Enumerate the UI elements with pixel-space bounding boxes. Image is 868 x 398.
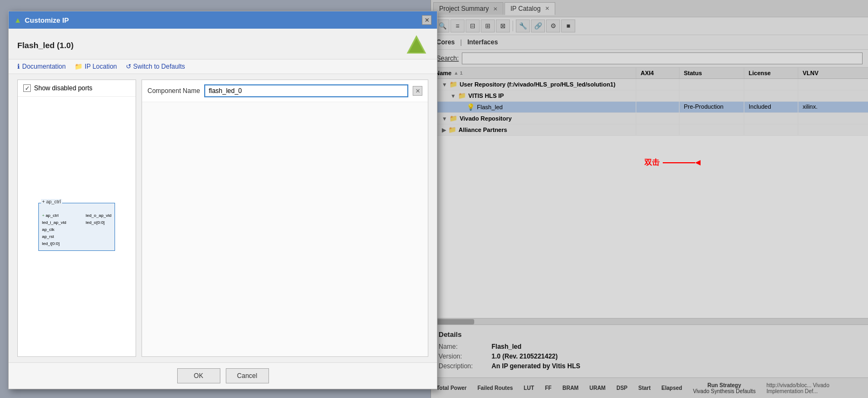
switch-defaults-icon: ↺ [126, 63, 131, 70]
port-led-i: led_i[0:0] [42, 241, 66, 246]
show-disabled-ports-checkbox[interactable] [23, 84, 31, 92]
documentation-icon: ℹ [17, 63, 20, 70]
dialog-buttons: OK Cancel [9, 362, 437, 389]
dialog-links: ℹ Documentation 📁 IP Location ↺ Switch t… [9, 59, 437, 74]
dialog-left-pane: Show disabled ports + ap_ctrl + ap_ctrl [17, 79, 136, 357]
documentation-link[interactable]: ℹ Documentation [17, 63, 66, 70]
schematic-area: + ap_ctrl + ap_ctrl led_i_ap_vld [18, 97, 136, 356]
port-led-o-ap-vld: led_o_ap_vld [86, 213, 112, 218]
schematic-left-ports: + ap_ctrl led_i_ap_vld ap_clk ap_rst [42, 213, 66, 246]
switch-defaults-link[interactable]: ↺ Switch to Defaults [126, 63, 185, 70]
cancel-button[interactable]: Cancel [226, 368, 269, 383]
port-led-o: led_o[0:0] [86, 220, 112, 225]
component-name-clear[interactable]: ✕ [413, 86, 422, 96]
config-area [142, 102, 428, 356]
dialog-right-pane: Component Name ✕ [142, 79, 428, 357]
port-ap-ctrl: + ap_ctrl [42, 213, 66, 218]
ok-button[interactable]: OK [177, 368, 220, 383]
schematic-block-title: + ap_ctrl [41, 199, 62, 204]
dialog-subtitle: Flash_led (1.0) [9, 29, 437, 59]
schematic-ports-container: + ap_ctrl led_i_ap_vld ap_clk ap_rst [42, 213, 112, 246]
dialog-titlebar: ▲ Customize IP ✕ [9, 11, 437, 29]
schematic-block: + ap_ctrl + ap_ctrl led_i_ap_vld [38, 203, 116, 251]
component-name-input[interactable] [204, 84, 408, 97]
port-ap-rst: ap_rst [42, 234, 66, 239]
show-disabled-ports-label: Show disabled ports [34, 84, 92, 92]
dialog-body: Show disabled ports + ap_ctrl + ap_ctrl [9, 74, 437, 362]
ip-location-icon: 📁 [75, 63, 83, 70]
port-led-i-ap-vld: led_i_ap_vld [42, 220, 66, 225]
dialog-title-left: ▲ Customize IP [14, 16, 69, 24]
show-disabled-ports-row: Show disabled ports [18, 80, 136, 97]
dialog-close-button[interactable]: ✕ [422, 15, 432, 25]
port-arrow-ap-ctrl: + [42, 213, 45, 218]
ip-location-link[interactable]: 📁 IP Location [75, 63, 117, 70]
port-ap-clk: ap_clk [42, 227, 66, 232]
schematic-right-ports: led_o_ap_vld led_o[0:0] [70, 213, 112, 246]
component-name-row: Component Name ✕ [142, 80, 428, 102]
dialog-title-text: Customize IP [25, 16, 69, 24]
customize-ip-dialog: ▲ Customize IP ✕ Flash_led (1.0) ℹ Docum… [8, 11, 438, 389]
dialog-logo [405, 34, 428, 56]
dialog-subtitle-text: Flash_led (1.0) [17, 41, 73, 50]
component-name-label: Component Name [147, 87, 200, 95]
dialog-title-icon: ▲ [14, 16, 22, 24]
